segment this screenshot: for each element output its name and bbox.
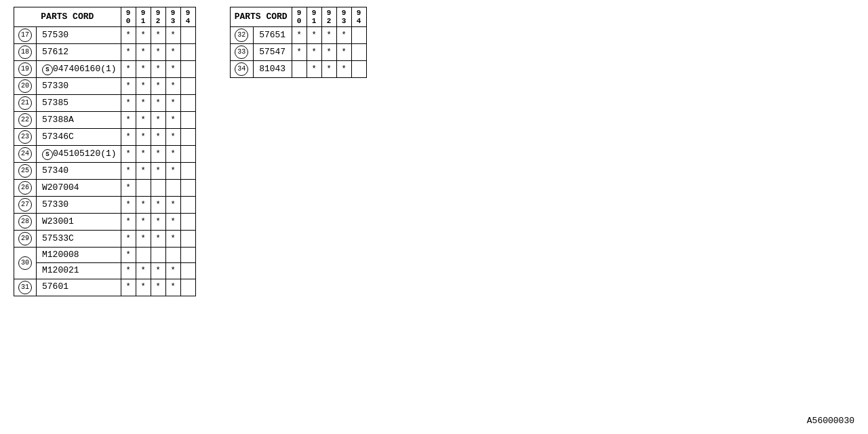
part-number: S047406160(1) bbox=[37, 61, 121, 78]
table-row: 1757530**** bbox=[14, 27, 196, 44]
year-col-91-left: 91 bbox=[136, 7, 151, 27]
table-row: 26W207004* bbox=[14, 180, 196, 197]
mark-cell: * bbox=[151, 163, 165, 180]
watermark: A56000030 bbox=[807, 416, 854, 426]
mark-cell bbox=[292, 61, 307, 78]
mark-cell: * bbox=[165, 61, 180, 78]
mark-cell: * bbox=[321, 27, 336, 44]
year-col-92-left: 92 bbox=[151, 7, 165, 27]
mark-cell: * bbox=[292, 27, 307, 44]
mark-cell bbox=[151, 248, 165, 263]
right-table-header: PARTS CORD bbox=[230, 7, 292, 27]
mark-cell: * bbox=[165, 78, 180, 95]
mark-cell: * bbox=[151, 197, 165, 214]
row-index: 19 bbox=[14, 61, 37, 78]
mark-cell: * bbox=[121, 78, 136, 95]
mark-cell: * bbox=[165, 44, 180, 61]
mark-cell: * bbox=[136, 214, 151, 231]
mark-cell: * bbox=[165, 95, 180, 112]
part-number: 57330 bbox=[37, 197, 121, 214]
mark-cell: * bbox=[165, 163, 180, 180]
mark-cell: * bbox=[165, 146, 180, 163]
part-number: 57388A bbox=[37, 112, 121, 129]
row-index: 17 bbox=[14, 27, 37, 44]
mark-cell: * bbox=[151, 263, 165, 279]
table-row: 2157385**** bbox=[14, 95, 196, 112]
row-index: 33 bbox=[230, 44, 254, 61]
part-number: 57340 bbox=[37, 163, 121, 180]
mark-cell: * bbox=[307, 44, 321, 61]
mark-cell bbox=[180, 197, 195, 214]
mark-cell bbox=[180, 180, 195, 197]
year-col-90-right: 90 bbox=[292, 7, 307, 27]
part-number: 57651 bbox=[254, 27, 292, 44]
table-row: 2257388A**** bbox=[14, 112, 196, 129]
mark-cell: * bbox=[136, 231, 151, 248]
mark-cell: * bbox=[136, 112, 151, 129]
mark-cell: * bbox=[165, 197, 180, 214]
row-index: 30 bbox=[14, 248, 37, 279]
mark-cell: * bbox=[121, 263, 136, 279]
mark-cell: * bbox=[165, 231, 180, 248]
table-row: 3257651**** bbox=[230, 27, 366, 44]
mark-cell: * bbox=[321, 44, 336, 61]
row-index: 34 bbox=[230, 61, 254, 78]
mark-cell bbox=[136, 180, 151, 197]
mark-cell bbox=[151, 180, 165, 197]
part-number: 57530 bbox=[37, 27, 121, 44]
row-index: 31 bbox=[14, 279, 37, 296]
mark-cell: * bbox=[151, 44, 165, 61]
mark-cell: * bbox=[151, 214, 165, 231]
mark-cell: * bbox=[121, 248, 136, 263]
left-table-header: PARTS CORD bbox=[14, 7, 121, 27]
mark-cell: * bbox=[165, 263, 180, 279]
part-number: 57533C bbox=[37, 231, 121, 248]
row-index: 22 bbox=[14, 112, 37, 129]
table-row: 2757330**** bbox=[14, 197, 196, 214]
mark-cell bbox=[180, 263, 195, 279]
mark-cell: * bbox=[121, 146, 136, 163]
row-index: 27 bbox=[14, 197, 37, 214]
mark-cell bbox=[180, 78, 195, 95]
part-number: 57330 bbox=[37, 78, 121, 95]
mark-cell: * bbox=[136, 44, 151, 61]
mark-cell: * bbox=[307, 61, 321, 78]
mark-cell: * bbox=[136, 163, 151, 180]
row-index: 32 bbox=[230, 27, 254, 44]
table-row: 30M120008* bbox=[14, 248, 196, 263]
table-row: 2357346C**** bbox=[14, 129, 196, 146]
table-row: 2557340**** bbox=[14, 163, 196, 180]
mark-cell: * bbox=[336, 27, 351, 44]
right-table-wrapper: PARTS CORD 90 91 92 93 94 3257651****335… bbox=[230, 7, 367, 296]
part-number: 57612 bbox=[37, 44, 121, 61]
left-table-wrapper: PARTS CORD 90 91 92 93 94 1757530****185… bbox=[14, 7, 196, 296]
mark-cell: * bbox=[151, 279, 165, 296]
year-col-94-left: 94 bbox=[180, 7, 195, 27]
table-row: 3481043*** bbox=[230, 61, 366, 78]
table-row: 2957533C**** bbox=[14, 231, 196, 248]
row-index: 23 bbox=[14, 129, 37, 146]
mark-cell: * bbox=[121, 27, 136, 44]
part-number: W23001 bbox=[37, 214, 121, 231]
row-index: 18 bbox=[14, 44, 37, 61]
row-index: 24 bbox=[14, 146, 37, 163]
mark-cell: * bbox=[136, 279, 151, 296]
mark-cell: * bbox=[136, 146, 151, 163]
mark-cell: * bbox=[165, 27, 180, 44]
mark-cell: * bbox=[121, 279, 136, 296]
mark-cell: * bbox=[136, 61, 151, 78]
mark-cell bbox=[136, 248, 151, 263]
table-row: 19S047406160(1)**** bbox=[14, 61, 196, 78]
table-row: 2057330**** bbox=[14, 78, 196, 95]
mark-cell: * bbox=[151, 146, 165, 163]
mark-cell bbox=[180, 146, 195, 163]
row-index: 21 bbox=[14, 95, 37, 112]
year-col-90-left: 90 bbox=[121, 7, 136, 27]
mark-cell: * bbox=[136, 263, 151, 279]
mark-cell: * bbox=[121, 197, 136, 214]
mark-cell: * bbox=[136, 78, 151, 95]
year-col-93-right: 93 bbox=[336, 7, 351, 27]
mark-cell: * bbox=[336, 61, 351, 78]
mark-cell: * bbox=[165, 112, 180, 129]
table-row: 24S045105120(1)**** bbox=[14, 146, 196, 163]
